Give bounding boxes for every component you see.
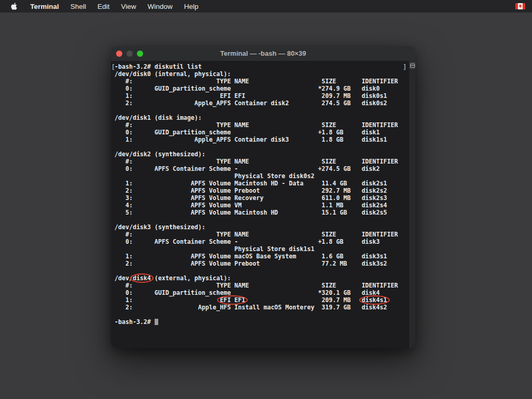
apple-menu[interactable] xyxy=(10,2,18,10)
terminal-cursor xyxy=(155,319,158,325)
annotation-circle-efi-efi: EFI EFI xyxy=(220,296,245,304)
menu-item-shell[interactable]: Shell xyxy=(65,3,92,10)
command-mark-open: [ xyxy=(111,63,115,70)
terminal-line: 1: EFI EFI 209.7 MB disk0s1 xyxy=(115,92,409,99)
menu-item-help[interactable]: Help xyxy=(179,3,205,10)
terminal-line: 1: APFS Volume macOS Base System 1.6 GB … xyxy=(115,253,409,260)
window-title-bar[interactable]: Terminal — -bash — 80×39 xyxy=(111,46,415,61)
annotation-circle-disk4s1: disk4s1 xyxy=(362,296,387,304)
terminal-line: 0: APFS Container Scheme - +274.5 GB dis… xyxy=(115,165,409,172)
desktop: TerminalShellEditViewWindowHelp Terminal… xyxy=(0,0,532,399)
menu-item-terminal[interactable]: Terminal xyxy=(24,3,65,10)
terminal-line: 2: APFS Volume Preboot 292.7 MB disk2s2 xyxy=(115,187,409,194)
terminal-line: 1: APFS Volume Macintosh HD - Data 11.4 … xyxy=(115,180,409,187)
terminal-line: 2: Apple_HFS Install macOS Monterey 319.… xyxy=(115,304,409,311)
terminal-line: 0: APFS Container Scheme - +1.8 GB disk3 xyxy=(115,238,409,245)
terminal-line xyxy=(115,216,409,223)
menu-item-edit[interactable]: Edit xyxy=(92,3,115,10)
terminal-line: #: TYPE NAME SIZE IDENTIFIER xyxy=(115,231,409,238)
terminal-output: -bash-3.2# diskutil list[]/dev/disk0 (in… xyxy=(111,61,409,326)
terminal-line xyxy=(115,311,409,318)
terminal-line: -bash-3.2# xyxy=(115,318,409,326)
apple-icon xyxy=(10,2,18,10)
split-pane-icon xyxy=(410,64,415,68)
menu-bar: TerminalShellEditViewWindowHelp xyxy=(0,0,532,13)
terminal-content[interactable]: -bash-3.2# diskutil list[]/dev/disk0 (in… xyxy=(111,61,415,348)
split-pane-button[interactable] xyxy=(409,61,415,70)
terminal-line: /dev/disk2 (synthesized): xyxy=(115,151,409,158)
terminal-line: 1: Apple_APFS Container disk3 1.8 GB dis… xyxy=(115,136,409,143)
terminal-line: 2: Apple_APFS Container disk2 274.5 GB d… xyxy=(115,99,409,107)
terminal-line: /dev/disk0 (internal, physical): xyxy=(115,70,409,78)
terminal-line: 0: GUID_partition_scheme *320.1 GB disk4 xyxy=(115,289,409,296)
flag-red-band-right xyxy=(523,3,525,9)
terminal-line: #: TYPE NAME SIZE IDENTIFIER xyxy=(115,282,409,289)
terminal-line: -bash-3.2# diskutil list[] xyxy=(115,63,409,70)
terminal-line: 3: APFS Volume Recovery 611.0 MB disk2s3 xyxy=(115,194,409,202)
terminal-line: /dev/disk3 (synthesized): xyxy=(115,223,409,231)
terminal-line: 1: EFI EFI 209.7 MB disk4s1 xyxy=(115,296,409,304)
menu-item-view[interactable]: View xyxy=(116,3,142,10)
terminal-line: #: TYPE NAME SIZE IDENTIFIER xyxy=(115,121,409,129)
terminal-line: 4: APFS Volume VM 1.1 MB disk2s4 xyxy=(115,202,409,209)
terminal-line xyxy=(115,267,409,275)
command-mark-close: ] xyxy=(403,63,407,70)
terminal-line xyxy=(115,107,409,114)
maple-leaf-icon xyxy=(518,4,522,8)
terminal-line: /dev/disk4 (external, physical): xyxy=(115,275,409,282)
scrollbar[interactable] xyxy=(409,61,415,348)
menu-item-window[interactable]: Window xyxy=(142,3,179,10)
terminal-line xyxy=(115,143,409,151)
terminal-line: Physical Store disk1s1 xyxy=(115,245,409,253)
terminal-line: 0: GUID_partition_scheme +1.8 GB disk1 xyxy=(115,129,409,136)
terminal-line: 0: GUID_partition_scheme *274.9 GB disk0 xyxy=(115,85,409,92)
terminal-line: #: TYPE NAME SIZE IDENTIFIER xyxy=(115,158,409,165)
terminal-line: #: TYPE NAME SIZE IDENTIFIER xyxy=(115,78,409,85)
terminal-line: 2: APFS Volume Preboot 77.2 MB disk3s2 xyxy=(115,260,409,267)
flag-white-band xyxy=(518,3,523,9)
terminal-line: /dev/disk1 (disk image): xyxy=(115,114,409,121)
annotation-circle-disk4: disk4 xyxy=(133,275,151,282)
terminal-line: Physical Store disk0s2 xyxy=(115,172,409,180)
input-source-canada-flag[interactable] xyxy=(515,3,525,9)
window-title: Terminal — -bash — 80×39 xyxy=(111,49,415,57)
terminal-window: Terminal — -bash — 80×39 -bash-3.2# disk… xyxy=(111,46,415,348)
terminal-line: 5: APFS Volume Macintosh HD 15.1 GB disk… xyxy=(115,209,409,216)
